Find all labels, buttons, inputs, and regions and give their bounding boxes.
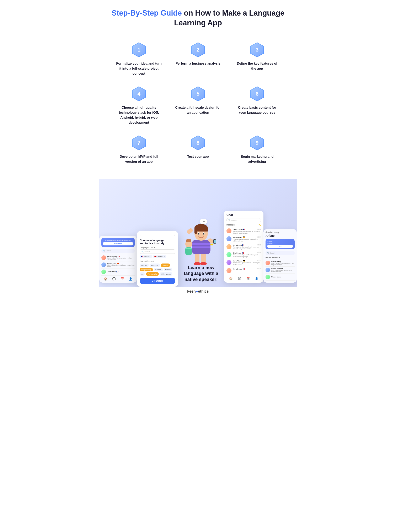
user-icon[interactable]: 👤 bbox=[255, 277, 258, 280]
topics-label: Topics of interest bbox=[140, 260, 175, 262]
user-name: Arlene bbox=[266, 234, 295, 237]
brand-dot: ● bbox=[196, 289, 198, 293]
step-text-9: Begin marketing and advertising bbox=[234, 154, 280, 164]
flag-tags: 🇫🇷 French ✕ 🇩🇪 German ✕ bbox=[140, 255, 175, 258]
step-number: 3 bbox=[256, 47, 258, 53]
lang-search[interactable]: 🔍 Search bbox=[140, 249, 175, 254]
contact-item: Ilia Schmidt 🇩🇪 I live in Düsseldorf and… bbox=[101, 261, 135, 269]
search-icon: 🔍 bbox=[103, 250, 105, 252]
learn-text: Learn a new language with a native speak… bbox=[178, 265, 224, 287]
greeting: Good morning, bbox=[266, 231, 295, 234]
chat-item: Anne Duroy 🇫🇷 08:47 bbox=[227, 267, 261, 274]
back-icon[interactable]: ‹ bbox=[140, 234, 140, 236]
calendar-icon[interactable]: 📅 bbox=[121, 277, 124, 281]
svg-point-17 bbox=[198, 233, 199, 235]
topic-programming[interactable]: Programming bbox=[140, 268, 153, 271]
home-icon[interactable]: 🏠 bbox=[104, 277, 107, 281]
home-icon[interactable]: 🏠 bbox=[229, 277, 233, 280]
svg-rect-22 bbox=[185, 248, 192, 249]
step-text-7: Develop an MVP and full version of an ap… bbox=[116, 154, 162, 164]
avatar bbox=[227, 252, 232, 257]
svg-rect-14 bbox=[194, 228, 197, 234]
avatar bbox=[227, 244, 232, 249]
topic-art[interactable]: Art bbox=[140, 272, 145, 276]
step-item-3: 3 Define the key features of the app bbox=[230, 38, 285, 80]
chat-icon[interactable]: 💬 bbox=[112, 277, 116, 281]
chat-item: Eric Girard 🇫🇷 09:21 Salut, comment ça v… bbox=[227, 251, 261, 259]
step-item-8: 8 Test your app bbox=[171, 131, 225, 168]
compose-icon[interactable]: ✏️ bbox=[258, 224, 261, 226]
svg-rect-10 bbox=[214, 240, 216, 243]
chat-search[interactable]: 🔍 Search bbox=[227, 218, 261, 222]
step-text-2: Perform a business analysis bbox=[175, 61, 221, 66]
topic-politics[interactable]: Politics bbox=[164, 268, 172, 271]
calendar-icon[interactable]: 📅 bbox=[246, 277, 250, 280]
character-area: • • • bbox=[178, 215, 224, 287]
avatar bbox=[266, 268, 270, 272]
topic-tourism[interactable]: Tourism bbox=[161, 263, 170, 267]
topic-fashion[interactable]: Fashion bbox=[140, 263, 149, 267]
mini-schedule-button[interactable]: Sc... bbox=[267, 245, 293, 248]
avatar bbox=[101, 255, 106, 260]
bottom-nav: 🏠 💬 📅 👤 bbox=[227, 275, 261, 280]
step-item-1: 1 Formalize your idea and turn it into a… bbox=[111, 38, 166, 80]
step-hex-9: 9 bbox=[250, 135, 264, 151]
chat-item: Anne Duval 🇫🇷 10:19 Thank you for the co… bbox=[227, 243, 261, 251]
svg-rect-24 bbox=[186, 240, 191, 242]
footer: keen●ethics bbox=[99, 287, 297, 296]
contact-item: Julie Morel 🇫🇷 bbox=[101, 269, 135, 275]
schedule-text: Schedule a meeting with native speakers bbox=[103, 240, 133, 241]
close-row: ‹ ✕ bbox=[140, 234, 175, 236]
avatar bbox=[227, 236, 232, 241]
topic-photography[interactable]: Photography bbox=[146, 272, 158, 276]
topic-cinema[interactable]: Cinema bbox=[154, 268, 163, 271]
page-title: Step-By-Step Guide on How to Make a Lang… bbox=[111, 8, 285, 28]
right-search[interactable]: 🔍 Search bbox=[266, 251, 295, 255]
schedule-area: Schedule a meeting with native speakers … bbox=[101, 238, 135, 247]
chat-icon[interactable]: 💬 bbox=[238, 277, 241, 280]
close-icon[interactable]: ✕ bbox=[174, 234, 175, 236]
topic-videogames[interactable]: Video games bbox=[160, 272, 173, 276]
step-text-6: Create basic content for your language c… bbox=[234, 105, 280, 115]
step-hex-3: 3 bbox=[250, 42, 264, 57]
steps-grid: 1 Formalize your idea and turn it into a… bbox=[99, 34, 297, 179]
bottom-nav: 🏠 💬 📅 👤 bbox=[101, 275, 135, 281]
far-right-panel: Good morning, Arlene Schedu... with nati… bbox=[263, 229, 297, 283]
topic-literature[interactable]: Literature bbox=[150, 263, 160, 267]
avatar bbox=[227, 268, 232, 273]
step-text-4: Choose a high-quality technology stack f… bbox=[116, 105, 162, 125]
speech-bubble: • • • bbox=[200, 219, 207, 224]
svg-rect-7 bbox=[186, 228, 194, 235]
german-tag[interactable]: 🇩🇪 German ✕ bbox=[153, 255, 166, 258]
avatar bbox=[266, 275, 270, 279]
chat-item: Pierre Duroy 🇫🇷 12:12 Ma grand-mère a dé… bbox=[227, 227, 261, 235]
schedule-button[interactable]: Schedule bbox=[103, 242, 133, 246]
brand-text: keen bbox=[187, 289, 196, 293]
contact-item: Emilia Schmidt I live in Düsseldorf and … bbox=[266, 267, 295, 274]
avatar bbox=[227, 260, 232, 265]
step-number: 6 bbox=[256, 91, 258, 97]
center-phone: ‹ ✕ Choose a languageand topics to study… bbox=[137, 231, 178, 287]
svg-point-3 bbox=[200, 262, 207, 265]
avatar bbox=[101, 269, 106, 274]
step-item-4: 4 Choose a high-quality technology stack… bbox=[111, 82, 166, 129]
step-hex-4: 4 bbox=[132, 87, 146, 101]
step-text-8: Test your app bbox=[187, 154, 209, 159]
chat-item: Maria Weber 🇩🇪 08:33 We can try to speak… bbox=[227, 259, 261, 267]
step-hex-5: 5 bbox=[191, 87, 205, 101]
step-item-9: 9 Begin marketing and advertising bbox=[230, 131, 285, 168]
step-hex-2: 2 bbox=[191, 42, 205, 57]
native-label: Native speakers bbox=[266, 256, 295, 258]
svg-point-18 bbox=[203, 233, 204, 235]
chat-item: Karl Fischer 🇩🇪 12:04 I work as a veteri… bbox=[227, 235, 261, 243]
french-tag[interactable]: 🇫🇷 French ✕ bbox=[140, 255, 152, 258]
svg-point-2 bbox=[194, 262, 200, 265]
step-number: 2 bbox=[197, 47, 199, 53]
left-search[interactable]: 🔍 Search bbox=[101, 249, 135, 253]
user-icon[interactable]: 👤 bbox=[129, 277, 132, 281]
step-item-7: 7 Develop an MVP and full version of an … bbox=[111, 131, 166, 168]
step-hex-7: 7 bbox=[132, 135, 146, 151]
get-started-button[interactable]: Get Started bbox=[140, 278, 175, 284]
choose-title: Choose a languageand topics to study bbox=[140, 239, 175, 245]
step-hex-8: 8 bbox=[191, 135, 205, 151]
